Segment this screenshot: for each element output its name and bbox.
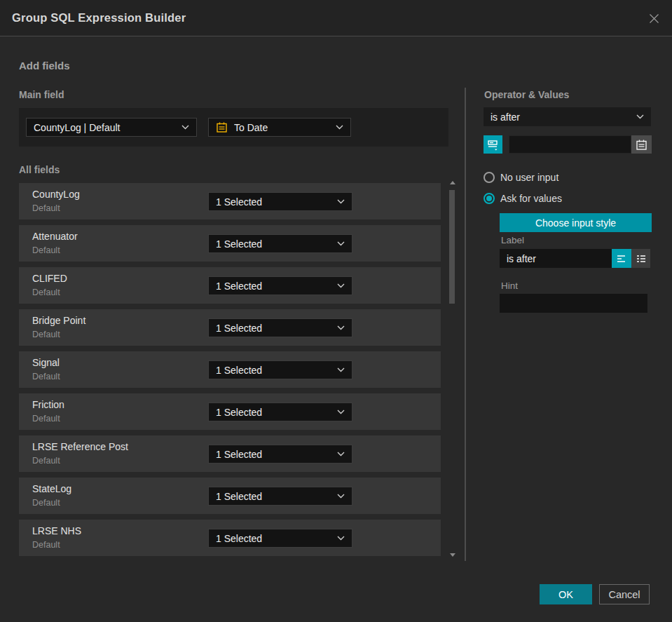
chevron-down-icon — [337, 241, 345, 246]
scroll-down-arrow-icon[interactable] — [450, 553, 455, 557]
radio-circle — [484, 193, 495, 204]
chevron-down-icon — [337, 199, 345, 204]
field-selection-value: 1 Selected — [216, 280, 333, 292]
field-row: Friction Default 1 Selected — [19, 393, 441, 430]
chevron-down-icon — [336, 125, 343, 130]
list-scrollbar[interactable] — [449, 180, 455, 558]
operator-values-label: Operator & Values — [484, 89, 569, 100]
group-sql-expression-builder-dialog: Group SQL Expression Builder Add fields … — [0, 0, 672, 622]
field-selection-value: 1 Selected — [216, 238, 333, 250]
radio-label: No user input — [500, 172, 558, 183]
field-subtitle: Default — [32, 498, 60, 508]
operator-dropdown[interactable]: is after — [484, 107, 651, 126]
field-subtitle: Default — [32, 330, 60, 339]
field-row: Bridge Point Default 1 Selected — [19, 309, 441, 346]
field-subtitle: Default — [32, 288, 60, 297]
date-picker-button[interactable] — [631, 135, 652, 154]
field-row: StateLog Default 1 Selected — [19, 478, 441, 514]
label-input[interactable] — [500, 249, 612, 268]
field-name: CLIFED — [32, 273, 67, 284]
set-from-field-button[interactable] — [484, 135, 502, 154]
field-name: Bridge Point — [32, 315, 85, 326]
field-selection-dropdown[interactable]: 1 Selected — [208, 403, 352, 421]
choose-input-style-button[interactable]: Choose input style — [500, 213, 652, 232]
field-subtitle: Default — [32, 540, 60, 550]
field-subtitle: Default — [32, 414, 60, 424]
field-row: CLIFED Default 1 Selected — [19, 267, 441, 304]
field-row: LRSE Reference Post Default 1 Selected — [19, 435, 441, 472]
chevron-down-icon — [337, 283, 345, 288]
close-icon — [649, 13, 659, 24]
field-row: Attenuator Default 1 Selected — [19, 225, 441, 262]
scrollbar-thumb[interactable] — [449, 190, 455, 304]
close-button[interactable] — [645, 10, 662, 27]
main-field-label: Main field — [19, 89, 64, 100]
field-name: LRSE Reference Post — [32, 441, 128, 452]
main-field-dropdown-value: CountyLog | Default — [34, 122, 177, 133]
bulleted-list-icon — [636, 253, 647, 264]
chevron-down-icon — [337, 367, 345, 372]
chevron-down-icon — [337, 452, 345, 457]
field-name: Friction — [32, 399, 64, 410]
label-caption: Label — [501, 235, 524, 245]
dialog-titlebar: Group SQL Expression Builder — [0, 0, 672, 36]
field-selection-value: 1 Selected — [216, 196, 333, 208]
radio-circle — [484, 172, 495, 183]
field-selection-dropdown[interactable]: 1 Selected — [208, 192, 352, 211]
calendar-icon — [216, 121, 228, 133]
all-fields-label: All fields — [19, 164, 60, 175]
field-list-icon — [487, 139, 499, 151]
list-style-button[interactable] — [631, 249, 650, 268]
all-fields-list: CountyLog Default 1 Selected Attenuator … — [19, 183, 441, 562]
field-name: CountyLog — [32, 189, 80, 200]
chevron-down-icon — [337, 536, 345, 541]
field-selection-dropdown[interactable]: 1 Selected — [208, 445, 352, 464]
field-subtitle: Default — [32, 203, 60, 213]
dialog-title: Group SQL Expression Builder — [12, 11, 186, 25]
chevron-down-icon — [337, 325, 345, 330]
main-field-dropdown[interactable]: CountyLog | Default — [26, 118, 197, 137]
field-selection-dropdown[interactable]: 1 Selected — [208, 318, 352, 337]
field-row: LRSE NHS Default 1 Selected — [19, 520, 441, 556]
field-row: CountyLog Default 1 Selected — [19, 183, 441, 219]
field-selection-value: 1 Selected — [216, 533, 333, 544]
radio-ask-for-values[interactable]: Ask for values — [484, 193, 562, 204]
main-date-dropdown-value: To Date — [234, 122, 331, 133]
field-selection-dropdown[interactable]: 1 Selected — [208, 234, 352, 253]
field-name: StateLog — [32, 483, 71, 494]
field-selection-dropdown[interactable]: 1 Selected — [208, 529, 352, 548]
single-line-style-button[interactable] — [612, 249, 631, 268]
field-selection-dropdown[interactable]: 1 Selected — [208, 276, 352, 295]
cancel-button[interactable]: Cancel — [599, 584, 650, 604]
field-selection-value: 1 Selected — [216, 323, 333, 334]
field-selection-dropdown[interactable]: 1 Selected — [208, 487, 352, 506]
field-name: LRSE NHS — [32, 525, 81, 536]
chevron-down-icon — [181, 125, 189, 130]
field-selection-value: 1 Selected — [216, 365, 333, 376]
radio-label: Ask for values — [500, 193, 562, 204]
add-fields-heading: Add fields — [19, 60, 70, 72]
align-left-icon — [616, 253, 627, 264]
chevron-down-icon — [337, 494, 345, 499]
main-date-dropdown[interactable]: To Date — [208, 118, 351, 137]
value-input[interactable] — [509, 135, 631, 154]
field-subtitle: Default — [32, 456, 60, 466]
ok-button[interactable]: OK — [540, 584, 592, 604]
scroll-up-arrow-icon[interactable] — [450, 181, 455, 184]
panel-divider — [465, 88, 466, 561]
field-subtitle: Default — [32, 245, 60, 255]
field-row: Signal Default 1 Selected — [19, 351, 441, 388]
chevron-down-icon — [636, 114, 644, 119]
hint-caption: Hint — [501, 280, 518, 291]
field-selection-value: 1 Selected — [216, 407, 333, 418]
chevron-down-icon — [337, 410, 345, 414]
hint-input[interactable] — [500, 294, 647, 313]
radio-no-user-input[interactable]: No user input — [484, 172, 558, 183]
main-field-panel: CountyLog | Default To Date — [19, 108, 448, 147]
operator-dropdown-value: is after — [491, 111, 632, 123]
field-selection-dropdown[interactable]: 1 Selected — [208, 360, 352, 379]
calendar-icon — [636, 139, 647, 151]
field-selection-value: 1 Selected — [216, 491, 333, 502]
field-selection-value: 1 Selected — [216, 449, 333, 460]
field-subtitle: Default — [32, 372, 60, 381]
